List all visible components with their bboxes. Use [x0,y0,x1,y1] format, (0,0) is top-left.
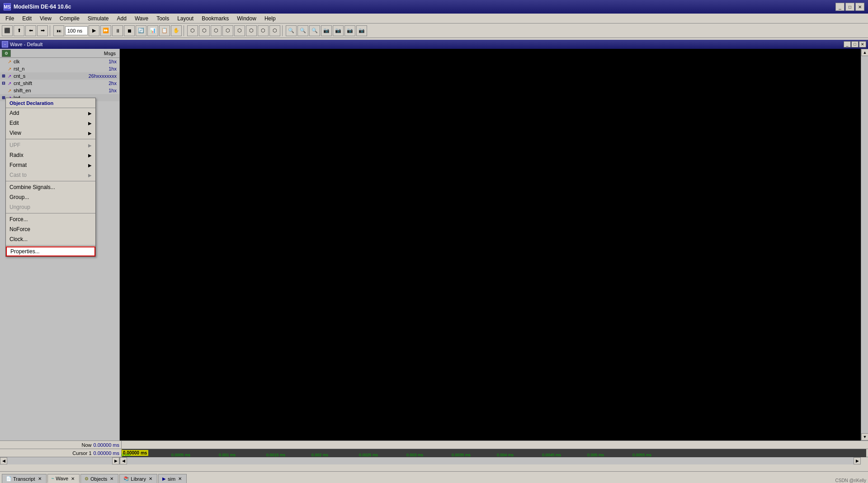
toolbar-btn-9[interactable]: 📊 [147,25,158,36]
menu-bookmarks[interactable]: Bookmarks [198,14,232,23]
zoom-out-btn[interactable]: 🔍 [297,25,308,36]
toolbar-btn-10[interactable]: 📋 [159,25,170,36]
signal-row-rstn[interactable]: ↗ rst_n 1hx [0,65,119,72]
context-menu-upf-arrow: ▶ [88,143,92,148]
toolbar-btn-1[interactable]: ⬛ [2,25,13,36]
tab-library-label: Library [131,476,146,482]
context-menu-clock[interactable]: Clock... [6,234,95,244]
toolbar-btn-12[interactable]: ⬡ [199,25,210,36]
context-menu-add[interactable]: Add ▶ [6,108,95,118]
maximize-button[interactable]: □ [845,3,854,11]
context-menu-radix-label: Radix [9,152,24,158]
toolbar-btn-13[interactable]: ⬡ [211,25,222,36]
tab-library-close[interactable]: ✕ [148,476,153,482]
signal-scroll-right[interactable]: ▶ [112,457,119,464]
signal-row-cnts[interactable]: ⊞ ↗ cnt_s 26hxxxxxxxx [0,72,119,80]
signal-row-shiften[interactable]: ↗ shift_en 1hx [0,87,119,94]
menu-file[interactable]: File [2,14,18,23]
menu-view[interactable]: View [36,14,55,23]
zoom-fit-btn[interactable]: 🔍 [309,25,320,36]
tab-wave-close[interactable]: ✕ [70,476,75,481]
context-menu-properties[interactable]: Properties... [6,246,95,256]
tab-bar: 📄 Transcript ✕ ~ Wave ✕ ⚙ Objects ✕ 📚 Li… [0,471,868,483]
toolbar-btn-7[interactable]: ⏹ [124,25,135,36]
toolbar: ⬛ ⬆ ⬅ ➡ ⏭ ▶ ⏩ ⏸ ⏹ 🔄 📊 📋 ✋ ⬡ ⬡ ⬡ ⬡ ⬡ ⬡ ⬡ … [0,24,868,38]
toolbar-btn-fwd[interactable]: ➡ [37,25,48,36]
tab-transcript[interactable]: 📄 Transcript ✕ [2,474,47,483]
tab-objects[interactable]: ⚙ Objects ✕ [80,474,118,483]
expand-cntshift[interactable]: ⊟ [1,80,6,86]
context-menu-edit[interactable]: Edit ▶ [6,118,95,128]
toolbar-btn-11[interactable]: ⬡ [187,25,198,36]
sep3 [282,25,284,36]
wave-minimize-btn[interactable]: _ [844,41,851,47]
menu-edit[interactable]: Edit [19,14,35,23]
toolbar-btn-6[interactable]: ⏸ [112,25,123,36]
toolbar-btn-play[interactable]: ▶ [89,25,99,36]
context-menu-force[interactable]: Force... [6,214,95,224]
wave-scroll-left[interactable]: ◀ [120,457,127,464]
context-menu-noforce[interactable]: NoForce [6,224,95,234]
context-menu-view-arrow: ▶ [88,131,92,136]
signal-icon-cntshift: ↗ [6,80,13,86]
toolbar-btn-17[interactable]: ⬡ [258,25,269,36]
toolbar-btn-18[interactable]: ⬡ [269,25,280,36]
minimize-button[interactable]: _ [835,3,844,11]
title-bar: MS ModelSim DE-64 10.6c _ □ ✕ [0,0,868,14]
context-menu: Object Declaration Add ▶ Edit ▶ View ▶ U… [5,98,96,257]
context-menu-format[interactable]: Format ▶ [6,160,95,170]
context-menu-view-label: View [9,130,21,136]
toolbar-btn-step[interactable]: ⏭ [53,25,64,36]
menu-simulate[interactable]: Simulate [84,14,113,23]
wave-maximize-btn[interactable]: □ [851,41,859,47]
scroll-up-btn[interactable]: ▲ [861,49,868,56]
menu-compile[interactable]: Compile [56,14,83,23]
wave-scroll-right[interactable]: ▶ [854,457,861,464]
context-menu-combine[interactable]: Combine Signals... [6,182,95,192]
menu-window[interactable]: Window [233,14,260,23]
context-menu-add-arrow: ▶ [88,111,92,116]
toolbar-btn-hand[interactable]: ✋ [171,25,182,36]
context-menu-group[interactable]: Group... [6,192,95,202]
tab-sim[interactable]: ▶ sim ✕ [158,474,187,483]
toolbar-btn-14[interactable]: ⬡ [222,25,233,36]
expand-cnts[interactable]: ⊞ [1,73,6,79]
cursor-value: 0.00000 ms [94,450,119,456]
menu-wave[interactable]: Wave [131,14,152,23]
toolbar-btn-8[interactable]: 🔄 [136,25,146,36]
toolbar-btn-2[interactable]: ⬆ [14,25,24,36]
tab-transcript-close[interactable]: ✕ [37,476,42,482]
signal-name-clk: clk [13,59,108,64]
tab-objects-close[interactable]: ✕ [109,476,114,482]
zoom-21[interactable]: 📷 [344,25,355,36]
menu-tools[interactable]: Tools [153,14,173,23]
signal-panel: ⚙ Msgs ↗ clk 1hx ↗ rst_n [0,49,120,440]
wave-tab-icon: ~ [52,476,54,481]
menu-help[interactable]: Help [261,14,279,23]
toolbar-btn-16[interactable]: ⬡ [246,25,257,36]
scroll-down-btn[interactable]: ▼ [861,433,868,440]
toolbar-btn-back[interactable]: ⬅ [25,25,36,36]
zoom-in-btn[interactable]: 🔍 [286,25,297,36]
zoom-19[interactable]: 📷 [321,25,332,36]
tab-sim-close[interactable]: ✕ [177,476,183,482]
context-menu-ungroup-label: Ungroup [9,204,30,210]
zoom-20[interactable]: 📷 [333,25,344,36]
tab-library[interactable]: 📚 Library ✕ [119,474,157,483]
toolbar-btn-5[interactable]: ⏩ [100,25,111,36]
context-menu-radix[interactable]: Radix ▶ [6,150,95,160]
wave-close-btn[interactable]: ✕ [859,41,866,47]
context-menu-view[interactable]: View ▶ [6,128,95,138]
signal-scroll-left[interactable]: ◀ [0,457,7,464]
zoom-22[interactable]: 📷 [356,25,367,36]
app-icon: MS [4,3,11,10]
toolbar-btn-15[interactable]: ⬡ [234,25,245,36]
time-input[interactable] [65,26,88,35]
signal-name-cnts: cnt_s [13,73,89,79]
signal-row-clk[interactable]: ↗ clk 1hx [0,58,119,65]
menu-layout[interactable]: Layout [174,14,197,23]
menu-add[interactable]: Add [113,14,130,23]
tab-wave[interactable]: ~ Wave ✕ [47,474,80,483]
signal-row-cntshift[interactable]: ⊟ ↗ cnt_shift 2hx [0,80,119,87]
close-button[interactable]: ✕ [855,3,864,11]
